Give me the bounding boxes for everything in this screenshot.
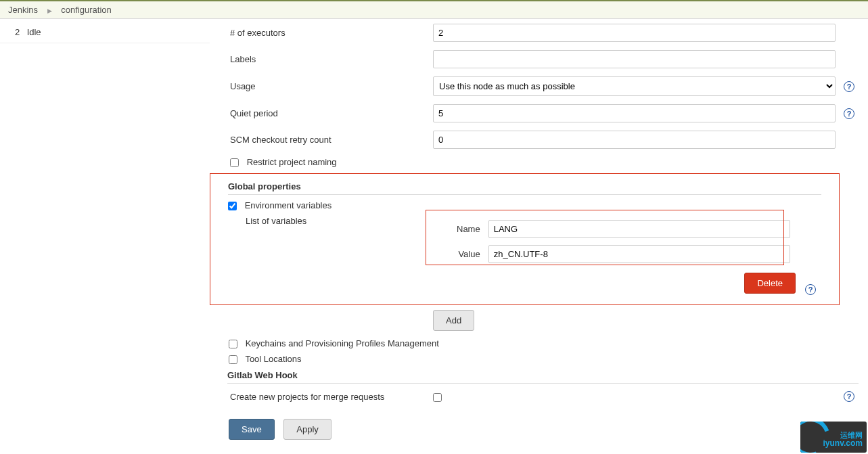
- delete-button[interactable]: Delete: [744, 273, 796, 294]
- help-icon[interactable]: ?: [844, 391, 854, 402]
- sidebar: 2 Idle: [0, 19, 210, 447]
- restrict-naming-checkbox[interactable]: [230, 158, 239, 167]
- add-button[interactable]: Add: [433, 310, 474, 331]
- quiet-period-input[interactable]: [433, 104, 836, 122]
- var-name-input[interactable]: [488, 220, 790, 238]
- executor-number: 2: [15, 27, 24, 37]
- global-properties-header: Global properties: [228, 178, 821, 195]
- var-name-label: Name: [453, 217, 483, 241]
- tool-locations-label: Tool Locations: [245, 354, 301, 364]
- gitlab-hook-header: Gitlab Web Hook: [227, 367, 859, 384]
- num-executors-label: # of executors: [211, 20, 429, 45]
- tool-locations-checkbox[interactable]: [229, 355, 237, 364]
- help-icon[interactable]: ?: [844, 81, 854, 92]
- watermark-logo: 运维网 iyunv.com: [800, 422, 867, 447]
- global-properties-highlight: Global properties Environment variables …: [210, 173, 840, 305]
- help-icon[interactable]: ?: [805, 284, 816, 295]
- quiet-period-label: Quiet period: [211, 101, 429, 126]
- labels-input[interactable]: [433, 50, 836, 68]
- help-icon[interactable]: ?: [844, 108, 854, 119]
- usage-select[interactable]: Use this node as much as possible: [433, 76, 836, 96]
- num-executors-input[interactable]: [433, 24, 836, 42]
- breadcrumb-root[interactable]: Jenkins: [8, 5, 38, 15]
- apply-button[interactable]: Apply: [283, 419, 332, 440]
- create-projects-label: Create new projects for merge requests: [211, 388, 429, 405]
- var-value-label: Value: [453, 242, 483, 266]
- keychains-label: Keychains and Provisioning Profiles Mana…: [246, 338, 439, 348]
- list-of-variables-label: List of variables: [229, 213, 446, 296]
- usage-label: Usage: [211, 73, 429, 99]
- executor-status-row: 2 Idle: [0, 23, 210, 43]
- save-button[interactable]: Save: [229, 419, 275, 440]
- breadcrumb-page[interactable]: configuration: [61, 5, 111, 15]
- var-value-input[interactable]: [488, 245, 790, 263]
- keychains-checkbox[interactable]: [229, 340, 237, 348]
- create-projects-checkbox[interactable]: [433, 393, 442, 402]
- restrict-naming-label: Restrict project naming: [247, 157, 337, 167]
- env-vars-label: Environment variables: [245, 200, 332, 210]
- executor-state: Idle: [27, 27, 41, 37]
- breadcrumb: Jenkins ▶ configuration: [0, 0, 868, 19]
- labels-label: Labels: [211, 47, 429, 72]
- env-vars-checkbox[interactable]: [228, 202, 237, 210]
- scm-retry-label: SCM checkout retry count: [211, 127, 429, 152]
- chevron-right-icon: ▶: [47, 7, 52, 14]
- scm-retry-input[interactable]: [433, 131, 836, 149]
